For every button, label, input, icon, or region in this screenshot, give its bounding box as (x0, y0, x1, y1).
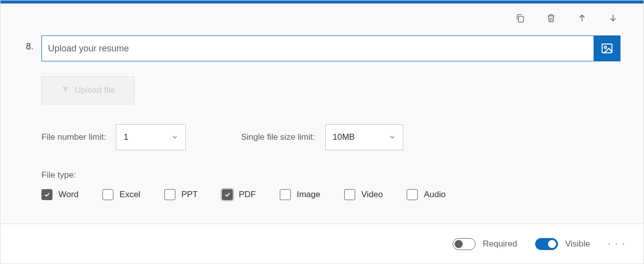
delete-icon[interactable] (546, 12, 557, 23)
checkbox-excel[interactable] (102, 189, 113, 200)
file-type-image-label: Image (297, 190, 320, 200)
svg-point-2 (605, 46, 607, 48)
file-size-limit-label: Single file size limit: (241, 132, 315, 142)
chevron-down-icon (171, 134, 178, 141)
card-toolbar (0, 3, 644, 23)
more-options-button[interactable]: · · · (608, 239, 626, 249)
file-type-options: Word Excel PPT PDF (41, 189, 621, 200)
visible-toggle[interactable] (535, 238, 558, 250)
checkbox-ppt[interactable] (164, 189, 175, 200)
file-size-limit-select[interactable]: 10MB (325, 124, 403, 150)
file-type-pdf[interactable]: PDF (222, 189, 256, 200)
file-number-limit-value: 1 (123, 132, 128, 142)
file-type-video[interactable]: Video (344, 189, 383, 200)
card-footer: Required Visible · · · (0, 224, 644, 264)
svg-rect-1 (602, 44, 612, 52)
move-up-icon[interactable] (577, 12, 588, 23)
copy-icon[interactable] (515, 12, 526, 23)
required-label: Required (483, 239, 517, 249)
checkbox-image[interactable] (280, 189, 291, 200)
file-type-audio[interactable]: Audio (407, 189, 445, 200)
file-number-limit-select[interactable]: 1 (116, 124, 186, 150)
upload-file-label: Upload file (75, 85, 115, 95)
file-type-image[interactable]: Image (280, 189, 320, 200)
checkbox-video[interactable] (344, 189, 355, 200)
move-down-icon[interactable] (608, 12, 619, 23)
checkbox-word[interactable] (41, 189, 52, 200)
file-size-limit-value: 10MB (333, 132, 355, 142)
file-type-excel-label: Excel (119, 190, 140, 200)
question-card: 8. Upload file (0, 0, 644, 264)
file-type-word-label: Word (58, 190, 78, 200)
chevron-down-icon (389, 134, 396, 141)
file-type-excel[interactable]: Excel (102, 189, 140, 200)
file-type-word[interactable]: Word (41, 189, 78, 200)
checkbox-audio[interactable] (407, 189, 418, 200)
file-type-video-label: Video (361, 190, 383, 200)
file-number-limit-label: File number limit: (41, 132, 106, 142)
file-type-label: File type: (41, 170, 621, 180)
checkbox-pdf[interactable] (222, 189, 233, 200)
upload-file-button: Upload file (41, 76, 134, 104)
file-type-ppt-label: PPT (181, 190, 198, 200)
file-type-audio-label: Audio (424, 190, 445, 200)
insert-media-button[interactable] (594, 35, 621, 61)
file-type-pdf-label: PDF (239, 190, 256, 200)
svg-rect-0 (519, 16, 524, 22)
question-title-input[interactable] (41, 35, 594, 61)
file-type-ppt[interactable]: PPT (164, 189, 198, 200)
visible-label: Visible (565, 239, 590, 249)
question-number: 8. (23, 41, 33, 52)
required-toggle[interactable] (453, 238, 476, 250)
